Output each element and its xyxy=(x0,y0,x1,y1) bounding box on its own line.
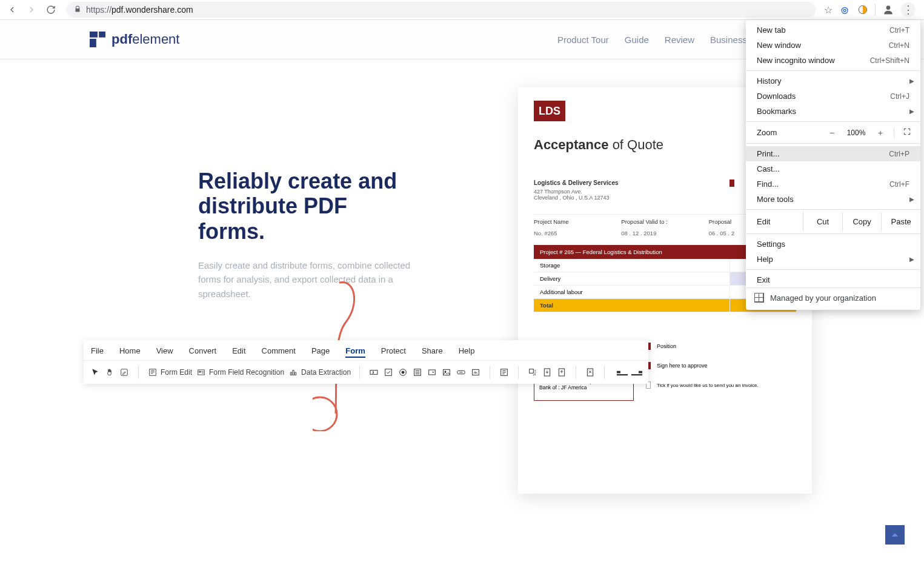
hero-title: Reliably create and distribute PDF forms… xyxy=(198,169,416,244)
data-extraction-icon xyxy=(288,367,299,378)
menu-item-new-window[interactable]: New windowCtrl+N xyxy=(746,38,920,53)
extension-icon-2[interactable] xyxy=(857,4,869,16)
tab-comment[interactable]: Comment xyxy=(262,345,296,358)
tab-help[interactable]: Help xyxy=(459,345,475,358)
svg-rect-28 xyxy=(639,371,642,374)
svg-rect-15 xyxy=(429,370,436,375)
tab-edit[interactable]: Edit xyxy=(232,345,245,358)
signature-tool-icon[interactable] xyxy=(470,367,481,378)
signature-column: Position Sign here to approve Tick if yo… xyxy=(640,343,796,401)
svg-rect-26 xyxy=(617,371,620,374)
menu-exit[interactable]: Exit xyxy=(746,272,920,287)
scroll-to-top-button[interactable] xyxy=(885,525,905,545)
button-tool-icon[interactable] xyxy=(456,367,467,378)
address-bar[interactable]: https://pdf.wondershare.com xyxy=(67,2,816,18)
svg-rect-7 xyxy=(150,369,156,376)
url-text: https://pdf.wondershare.com xyxy=(86,5,193,15)
svg-rect-3 xyxy=(99,32,105,38)
svg-rect-21 xyxy=(530,369,534,374)
menu-edit[interactable]: Edit xyxy=(746,212,803,231)
tab-view[interactable]: View xyxy=(156,345,173,358)
menu-zoom: Zoom − 100% + xyxy=(746,124,920,141)
back-button[interactable] xyxy=(5,2,19,17)
menu-item-more-tools[interactable]: More tools▶ xyxy=(746,192,920,207)
tab-home[interactable]: Home xyxy=(119,345,141,358)
zoom-in-button[interactable]: + xyxy=(871,128,890,138)
data-extraction-button[interactable]: Data Extraction xyxy=(288,367,351,378)
checkbox-tool-icon[interactable] xyxy=(383,367,394,378)
tab-share[interactable]: Share xyxy=(422,345,443,358)
zoom-out-button[interactable]: − xyxy=(822,128,842,138)
extension-area: ☆ ◎ ⋮ xyxy=(824,2,919,17)
image-field-tool-icon[interactable] xyxy=(441,367,452,378)
tab-protect[interactable]: Protect xyxy=(381,345,406,358)
menu-cut[interactable]: Cut xyxy=(803,212,842,231)
listbox-tool-icon[interactable] xyxy=(412,367,423,378)
menu-item-help[interactable]: Help▶ xyxy=(746,252,920,267)
logo-icon xyxy=(90,32,105,47)
nav-business[interactable]: Business xyxy=(710,35,747,45)
edit-tool-icon[interactable] xyxy=(119,367,130,378)
tab-form[interactable]: Form xyxy=(345,345,365,358)
svg-rect-2 xyxy=(90,32,98,38)
hand-tool-icon[interactable] xyxy=(104,367,115,378)
nav-product-tour[interactable]: Product Tour xyxy=(557,35,609,45)
select-tool-icon[interactable] xyxy=(90,367,101,378)
app-ribbon: File Home View Convert Edit Comment Page… xyxy=(84,340,648,384)
menu-copy[interactable]: Copy xyxy=(842,212,882,231)
fullscreen-button[interactable] xyxy=(894,127,914,138)
reload-button[interactable] xyxy=(44,2,58,17)
svg-rect-16 xyxy=(444,369,450,375)
menu-item-downloads[interactable]: DownloadsCtrl+J xyxy=(746,89,920,104)
svg-rect-10 xyxy=(370,370,377,375)
forward-button[interactable] xyxy=(24,2,39,17)
more-fields-icon[interactable] xyxy=(527,367,538,378)
svg-rect-25 xyxy=(617,374,628,375)
menu-item-new-tab[interactable]: New tabCtrl+T xyxy=(746,22,920,38)
form-field-recognition-button[interactable]: Form Field Recognition xyxy=(196,367,284,378)
svg-rect-9 xyxy=(199,371,201,372)
tab-page[interactable]: Page xyxy=(311,345,330,358)
import-data-icon[interactable] xyxy=(542,367,553,378)
menu-managed[interactable]: Managed by your organization xyxy=(746,287,920,307)
profile-avatar-icon[interactable] xyxy=(882,3,895,16)
menu-item-print[interactable]: Print...Ctrl+P xyxy=(746,146,920,161)
clear-form-icon[interactable] xyxy=(585,367,596,378)
form-properties-icon[interactable] xyxy=(499,367,510,378)
svg-rect-27 xyxy=(631,374,642,375)
menu-item-history[interactable]: History▶ xyxy=(746,73,920,89)
extension-icon-1[interactable]: ◎ xyxy=(839,4,851,16)
align-right-icon[interactable] xyxy=(631,367,642,378)
textfield-tool-icon[interactable] xyxy=(368,367,379,378)
radio-tool-icon[interactable] xyxy=(397,367,408,378)
document-logo: LDS xyxy=(534,101,565,121)
menu-item-find[interactable]: Find...Ctrl+F xyxy=(746,176,920,192)
menu-item-settings[interactable]: Settings xyxy=(746,236,920,252)
hero-section: Reliably create and distribute PDF forms… xyxy=(198,169,416,301)
menu-item-bookmarks[interactable]: Bookmarks▶ xyxy=(746,104,920,119)
svg-point-1 xyxy=(886,5,891,10)
menu-item-new-incognito-window[interactable]: New incognito windowCtrl+Shift+N xyxy=(746,53,920,68)
chrome-overflow-menu: New tabCtrl+TNew windowCtrl+NNew incogni… xyxy=(746,20,920,310)
company-info: Logistics & Delivery Services 427 Thomps… xyxy=(534,179,619,201)
menu-item-cast[interactable]: Cast... xyxy=(746,161,920,176)
site-logo[interactable]: pdfelement xyxy=(90,32,179,47)
browser-toolbar: https://pdf.wondershare.com ☆ ◎ ⋮ xyxy=(0,0,924,20)
export-data-icon[interactable] xyxy=(556,367,567,378)
hero-body: Easily create and distribute forms, comb… xyxy=(198,258,416,301)
bookmark-star-icon[interactable]: ☆ xyxy=(824,4,833,16)
align-left-icon[interactable] xyxy=(617,367,628,378)
chrome-menu-button[interactable]: ⋮ xyxy=(901,2,916,17)
tab-convert[interactable]: Convert xyxy=(189,345,217,358)
combobox-tool-icon[interactable] xyxy=(427,367,437,378)
tab-file[interactable]: File xyxy=(91,345,104,358)
svg-rect-4 xyxy=(90,39,96,47)
menu-paste[interactable]: Paste xyxy=(881,212,920,231)
nav-review[interactable]: Review xyxy=(665,35,694,45)
svg-point-13 xyxy=(402,371,404,374)
nav-guide[interactable]: Guide xyxy=(625,35,649,45)
lock-icon xyxy=(74,5,81,14)
zoom-value: 100% xyxy=(842,129,871,137)
form-edit-button[interactable]: Form Edit xyxy=(147,367,192,378)
logo-text: pdfelement xyxy=(111,32,179,47)
